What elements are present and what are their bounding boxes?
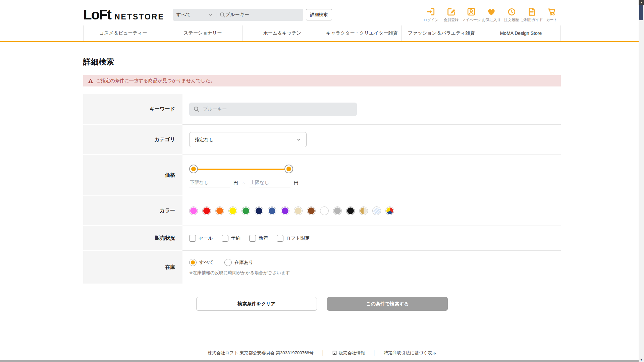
warning-icon <box>88 78 93 83</box>
footer-company-text: 株式会社ロフト 東京都公安委員会 第303319700768号 <box>208 350 314 356</box>
error-message-text: ご指定の条件に一致する商品が見つかりませんでした。 <box>96 78 215 84</box>
status-row: 販売状況 セール予約新着ロフト限定 <box>83 226 561 251</box>
color-swatch-purple[interactable] <box>281 206 289 215</box>
scrollbar-thumb[interactable] <box>639 5 643 20</box>
stock-radio-2[interactable]: 在庫あり <box>224 259 254 266</box>
util-history[interactable]: 注文履歴 <box>502 7 521 22</box>
util-label: 注文履歴 <box>504 17 519 22</box>
category-label: カテゴリ <box>83 125 182 155</box>
category-select[interactable]: 指定なし <box>189 132 307 147</box>
header-search-input[interactable]: ブルーキー <box>225 12 300 18</box>
price-separator: ～ <box>241 180 246 186</box>
color-swatch-beige[interactable] <box>294 206 303 215</box>
stock-options: すべて在庫あり <box>189 259 561 266</box>
checkbox-label: 新着 <box>259 235 268 241</box>
util-label: ご利用ガイド <box>520 17 543 22</box>
color-swatch-yellow[interactable] <box>228 206 237 215</box>
status-options: セール予約新着ロフト限定 <box>189 235 561 242</box>
history-icon <box>507 7 516 16</box>
checkbox-label: ロフト限定 <box>286 235 310 241</box>
color-swatch-orange[interactable] <box>215 206 224 215</box>
scrollbar[interactable]: ▲ ▼ <box>639 0 644 362</box>
footer-link-legal[interactable]: 特定商取引法に基づく表示 <box>384 350 436 356</box>
status-checkbox-1[interactable]: セール <box>189 235 213 242</box>
util-label: マイページ <box>462 17 481 22</box>
color-label: カラー <box>83 196 182 226</box>
nav-item-3[interactable]: ホーム＆キッチン <box>242 25 322 41</box>
color-swatch-gold-silver[interactable] <box>359 206 368 215</box>
clear-conditions-button[interactable]: 検索条件をクリア <box>196 297 317 311</box>
search-divider <box>216 11 216 18</box>
radio-label: すべて <box>199 259 214 265</box>
price-min-input[interactable]: 下限なし <box>189 178 230 187</box>
nav-item-4[interactable]: キャラクター・クリエイター雑貨 <box>322 25 401 41</box>
search-icon <box>220 12 225 18</box>
color-swatch-clear[interactable] <box>372 206 381 215</box>
footer-separator: │ <box>322 350 324 355</box>
nav-item-6[interactable]: MoMA Design Store <box>481 25 561 41</box>
slider-handle-max[interactable] <box>284 165 293 173</box>
status-checkbox-4[interactable]: ロフト限定 <box>277 235 310 242</box>
color-swatch-black[interactable] <box>346 206 355 215</box>
detail-search-button[interactable]: 詳細検索 <box>306 9 332 20</box>
nav-item-1[interactable]: コスメ＆ビューティー <box>83 25 163 41</box>
slider-track <box>194 169 293 170</box>
keyword-input[interactable]: ブルーキー <box>189 103 357 116</box>
category-row: カテゴリ 指定なし <box>83 125 561 155</box>
footer-link-company-info[interactable]: 販売会社情報 <box>332 350 365 356</box>
chevron-down-icon <box>209 13 213 17</box>
util-login[interactable]: ログイン <box>422 7 440 22</box>
checkbox-box[interactable] <box>249 235 256 242</box>
footer-separator: │ <box>373 350 376 355</box>
search-submit-button[interactable]: この条件で検索する <box>327 297 448 311</box>
stock-row: 在庫 すべて在庫あり ※在庫情報の反映に時間がかかる場合がございます <box>83 251 561 284</box>
search-scope-select[interactable]: すべて <box>176 12 213 18</box>
nav-item-2[interactable]: ステーショナリー <box>163 25 242 41</box>
keyword-placeholder: ブルーキー <box>203 106 227 112</box>
color-swatch-pink[interactable] <box>189 206 198 215</box>
util-favorites[interactable]: お気に入り <box>482 7 500 22</box>
keyword-label: キーワード <box>83 94 182 125</box>
loft-logo[interactable]: LoFt NETSTORE <box>83 8 164 22</box>
header-search-bar[interactable]: すべて ブルーキー <box>173 9 303 21</box>
color-swatch-brown[interactable] <box>307 206 316 215</box>
color-swatch-white[interactable] <box>320 206 329 215</box>
scrollbar-up-arrow[interactable]: ▲ <box>639 0 644 5</box>
stock-radio-1[interactable]: すべて <box>189 259 214 266</box>
color-swatch-multicolor[interactable] <box>385 206 394 215</box>
status-checkbox-3[interactable]: 新着 <box>249 235 268 242</box>
scrollbar-down-arrow[interactable]: ▼ <box>639 357 644 362</box>
radio-button[interactable] <box>189 259 197 266</box>
checkbox-box[interactable] <box>222 235 228 242</box>
color-swatch-navy[interactable] <box>255 206 263 215</box>
cart-icon <box>547 7 556 16</box>
color-swatch-gray[interactable] <box>333 206 342 215</box>
util-register[interactable]: 会員登録 <box>442 7 460 22</box>
status-checkbox-2[interactable]: 予約 <box>222 235 240 242</box>
color-swatches <box>189 206 561 215</box>
color-swatch-red[interactable] <box>202 206 211 215</box>
slider-handle-min[interactable] <box>189 165 198 173</box>
util-mypage[interactable]: マイページ <box>462 7 480 22</box>
color-swatch-green[interactable] <box>241 206 250 215</box>
mypage-icon <box>467 7 476 16</box>
checkbox-box[interactable] <box>277 235 283 242</box>
search-icon <box>194 106 200 112</box>
util-guide[interactable]: ご利用ガイド <box>523 7 541 22</box>
radio-button[interactable] <box>224 259 232 266</box>
checkbox-box[interactable] <box>189 235 196 242</box>
radio-label: 在庫あり <box>234 259 254 265</box>
stock-label: 在庫 <box>83 251 182 284</box>
checkbox-label: 予約 <box>231 235 240 241</box>
price-max-input[interactable]: 上限なし <box>250 178 290 187</box>
keyword-row: キーワード ブルーキー <box>83 94 561 125</box>
util-cart[interactable]: カート <box>543 7 561 22</box>
status-label: 販売状況 <box>83 226 182 251</box>
nav-item-5[interactable]: ファッション＆バラエティ雑貨 <box>401 25 481 41</box>
price-row: 価格 下限なし 円 ～ 上限なし 円 <box>83 155 561 196</box>
register-icon <box>446 7 456 16</box>
building-icon <box>332 351 337 355</box>
price-range-slider <box>189 164 300 174</box>
util-label: カート <box>546 17 557 22</box>
color-swatch-blue[interactable] <box>268 206 276 215</box>
